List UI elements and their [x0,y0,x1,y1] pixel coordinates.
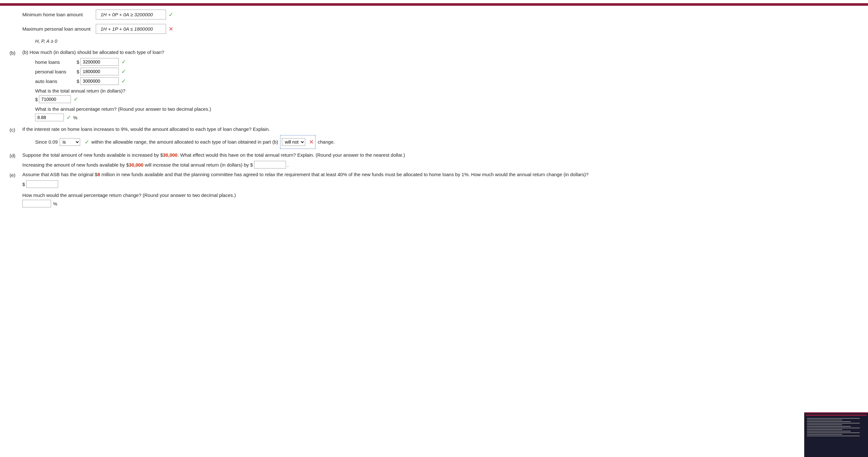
loan-label-home: home loans [35,59,76,65]
cross-icon-1: ✕ [168,26,173,33]
part-c-sentence: Since 0.09 is is not ✓ within the allowa… [35,135,859,149]
home-loan-input[interactable] [81,58,119,66]
dollar-sign-return: $ [35,97,38,102]
part-c-section: (c) If the interest rate on home loans i… [9,126,859,149]
part-c-header: If the interest rate on home loans incre… [22,126,859,132]
check-icon-0: ✓ [168,11,173,18]
total-return-answer-row: $ ✓ [35,95,859,103]
part-e-pct-question: How much would the annual percentage ret… [22,192,859,198]
part-e-section: (e) Assume that ASB has the original $8 … [9,172,859,209]
part-e-letter: (e) [9,172,22,178]
part-c-middle-text: within the allowable range, the amount a… [91,137,278,147]
part-d-period: . [287,162,288,168]
formula-row-1: Maximum personal loan amount 1H + 1P + 0… [22,24,859,34]
part-e-pct-input[interactable] [22,200,51,207]
part-d-input[interactable] [254,161,286,168]
part-e-dollar-row: $ [22,180,859,188]
part-d-section: (d) Suppose the total amount of new fund… [9,152,859,168]
formula-row-0: Minimum home loan amount 1H + 0P + 0A ≥ … [22,9,859,20]
part-c-letter: (c) [9,126,22,132]
part-e-8m-highlight: 8 [97,172,100,177]
loan-label-auto: auto loans [35,78,76,84]
loan-row-auto: auto loans $ ✓ [35,77,859,85]
percentage-input[interactable] [35,113,64,121]
part-c-since: Since 0.09 [35,137,58,147]
percentage-question: What is the annual percentage return? (R… [35,106,859,112]
personal-loan-input[interactable] [81,68,119,75]
part-e-header: Assume that ASB has the original $8 mill… [22,172,859,177]
top-formula-area: Minimum home loan amount 1H + 0P + 0A ≥ … [22,9,859,44]
total-return-input[interactable] [39,95,71,103]
part-e-dollar-sign: $ [22,182,25,187]
part-d-header: Suppose the total amount of new funds av… [22,152,859,158]
check-icon-auto: ✓ [121,77,126,85]
part-c-dotted-box: will will not ✕ [280,135,316,149]
part-e-pct-row: % [22,200,859,207]
part-c-end-text: change. [318,137,335,147]
part-e-dollar-input[interactable] [26,180,58,188]
loan-row-home: home loans $ ✓ [35,58,859,66]
part-d-inline-highlight: 30,000 [129,162,144,168]
formula-box-1: 1H + 1P + 0A ≤ 1800000 [96,24,166,34]
check-icon-home: ✓ [121,58,126,65]
loan-label-personal: personal loans [35,69,76,74]
part-b-letter: (b) [9,50,22,56]
check-icon-pct: ✓ [66,114,71,121]
constraint-label-0: Minimum home loan amount [22,12,96,17]
part-d-sentence-row: Increasing the amount of new funds avail… [22,161,859,168]
dollar-sign-personal: $ [76,69,79,74]
check-icon-return: ✓ [73,96,78,103]
part-d-sentence-text: Increasing the amount of new funds avail… [22,162,253,168]
part-b-content: (b) How much (in dollars) should be allo… [22,50,859,123]
percent-symbol-b: % [73,115,77,120]
part-d-content: Suppose the total amount of new funds av… [22,152,859,168]
part-b-header: (b) How much (in dollars) should be allo… [22,50,859,55]
non-negative-label: H, P, A ≥ 0 [35,38,859,44]
part-d-letter: (d) [9,152,22,158]
dollar-sign-auto: $ [76,78,79,84]
cross-icon-c2: ✕ [309,136,314,148]
check-icon-c1: ✓ [85,136,89,148]
percent-symbol-e: % [53,201,57,206]
formula-box-0: 1H + 0P + 0A ≥ 3200000 [96,9,166,20]
part-e-content: Assume that ASB has the original $8 mill… [22,172,859,209]
percentage-answer-row: ✓ % [35,113,859,121]
loan-row-personal: personal loans $ ✓ [35,68,859,75]
top-bar [0,3,868,6]
check-icon-personal: ✓ [121,68,126,75]
constraint-label-1: Maximum personal loan amount [22,26,96,32]
auto-loan-input[interactable] [81,77,119,85]
part-c-dropdown-2[interactable]: will will not [282,138,305,146]
dollar-sign-home: $ [76,59,79,65]
part-c-content: If the interest rate on home loans incre… [22,126,859,149]
part-b-section: (b) (b) How much (in dollars) should be … [9,50,859,123]
part-c-dropdown-1[interactable]: is is not [60,138,80,146]
total-return-question: What is the total annual return (in doll… [35,88,859,94]
part-d-amount-highlight: 30,000 [163,152,178,158]
